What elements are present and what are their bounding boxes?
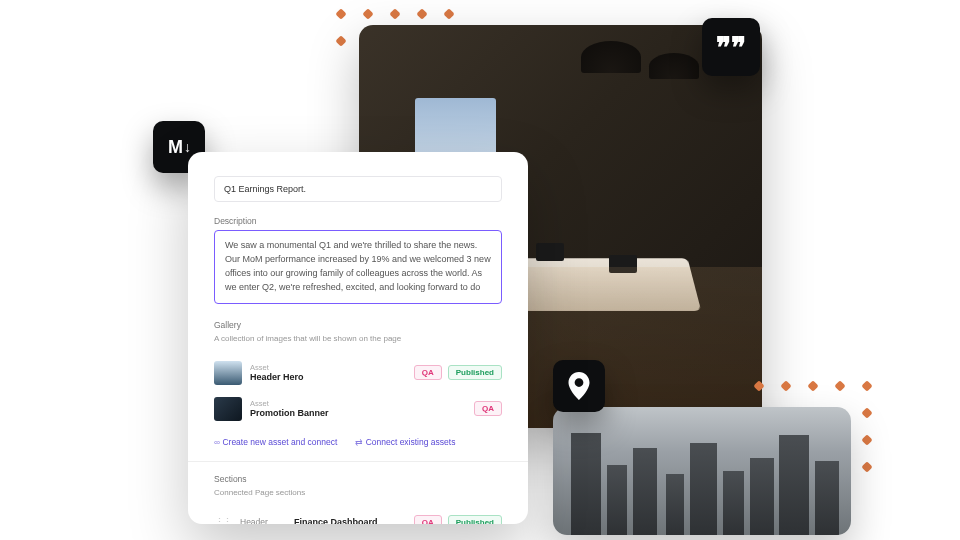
content-editor-panel: Q1 Earnings Report. Description We saw a… xyxy=(188,152,528,524)
asset-type-label: Asset xyxy=(250,363,406,372)
drag-handle-icon[interactable]: ⋮⋮ xyxy=(214,516,230,524)
description-label: Description xyxy=(214,216,502,226)
sections-label: Sections xyxy=(214,474,502,484)
published-tag: Published xyxy=(448,515,502,524)
location-pin-badge-icon xyxy=(553,360,605,412)
asset-name: Header Hero xyxy=(250,372,406,382)
asset-type-label: Asset xyxy=(250,399,466,408)
asset-thumbnail xyxy=(214,361,242,385)
title-input[interactable]: Q1 Earnings Report. xyxy=(214,176,502,202)
section-row[interactable]: ⋮⋮ Header Finance Dashboard QA Published xyxy=(214,509,502,524)
sections-helper: Connected Page sections xyxy=(214,488,502,497)
gallery-helper: A collection of images that will be show… xyxy=(214,334,502,343)
asset-row[interactable]: Asset Promotion Banner QA xyxy=(214,391,502,427)
asset-thumbnail xyxy=(214,397,242,421)
section-name: Finance Dashboard xyxy=(294,517,404,524)
asset-name: Promotion Banner xyxy=(250,408,466,418)
create-asset-link[interactable]: Create new asset and connect xyxy=(214,437,337,447)
quote-badge-icon: ❞❞ xyxy=(702,18,760,76)
section-type: Header xyxy=(240,517,284,524)
qa-tag: QA xyxy=(474,401,502,416)
qa-tag: QA xyxy=(414,515,442,524)
qa-tag: QA xyxy=(414,365,442,380)
connect-assets-link[interactable]: Connect existing assets xyxy=(355,437,455,447)
hero-image-city xyxy=(553,407,851,535)
divider xyxy=(188,461,528,462)
gallery-label: Gallery xyxy=(214,320,502,330)
published-tag: Published xyxy=(448,365,502,380)
asset-row[interactable]: Asset Header Hero QA Published xyxy=(214,355,502,391)
description-textarea[interactable]: We saw a monumental Q1 and we're thrille… xyxy=(214,230,502,304)
